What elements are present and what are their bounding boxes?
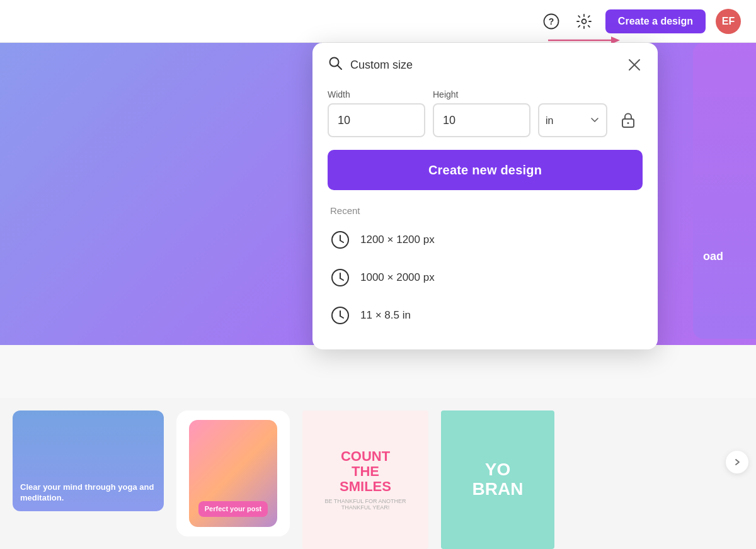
close-dropdown-button[interactable] — [626, 57, 643, 73]
clock-icon-1 — [330, 230, 350, 250]
dimensions-row: Width Height in px cm mm — [328, 89, 643, 137]
svg-line-13 — [340, 241, 343, 242]
unit-select[interactable]: in px cm mm — [538, 103, 607, 137]
help-icon[interactable]: ? — [540, 10, 563, 33]
recent-item-1[interactable]: 1200 × 1200 px — [328, 221, 643, 259]
height-input[interactable] — [433, 103, 530, 137]
clock-icon-2 — [330, 268, 350, 288]
aspect-ratio-lock-button[interactable] — [615, 103, 641, 137]
svg-line-19 — [340, 316, 343, 318]
svg-point-10 — [627, 122, 629, 124]
clock-icon-3 — [330, 305, 350, 325]
recent-item-2-label: 1000 × 2000 px — [360, 271, 435, 284]
custom-size-dropdown: Width Height in px cm mm Create new desi… — [312, 43, 658, 349]
height-label: Height — [433, 89, 530, 99]
svg-line-16 — [340, 278, 343, 280]
svg-line-6 — [338, 65, 342, 70]
create-design-header-button[interactable]: Create a design — [605, 9, 706, 33]
header: ? Create a design EF — [0, 0, 756, 43]
search-icon — [328, 55, 343, 74]
height-field-group: Height — [433, 89, 530, 137]
width-input[interactable] — [328, 103, 425, 137]
width-field-group: Width — [328, 89, 425, 137]
svg-text:?: ? — [549, 16, 554, 26]
search-row — [328, 55, 643, 74]
custom-size-search-input[interactable] — [350, 59, 619, 72]
width-label: Width — [328, 89, 425, 99]
svg-point-2 — [581, 19, 586, 23]
recent-item-3-label: 11 × 8.5 in — [360, 309, 411, 322]
create-new-design-button[interactable]: Create new design — [328, 150, 643, 190]
recent-item-1-label: 1200 × 1200 px — [360, 234, 435, 246]
avatar[interactable]: EF — [716, 9, 741, 34]
recent-label: Recent — [328, 205, 643, 216]
settings-icon[interactable] — [573, 10, 595, 33]
recent-item-2[interactable]: 1000 × 2000 px — [328, 259, 643, 297]
recent-item-3[interactable]: 11 × 8.5 in — [328, 297, 643, 334]
